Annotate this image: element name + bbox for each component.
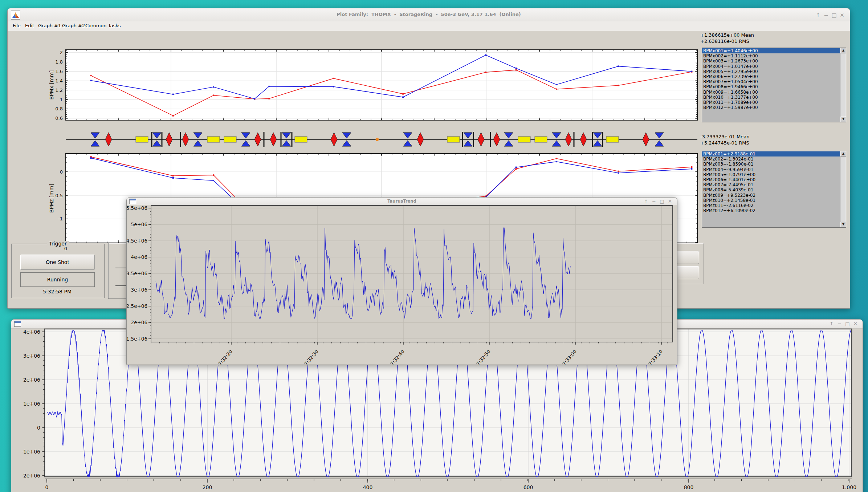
menu-file[interactable]: File [13,23,21,28]
main-titlebar[interactable]: Plot Family: THOMX - StorageRing - 50e-3… [8,8,850,22]
bpm-list-item[interactable]: BPMz009=+9.5223e-02 [702,193,840,198]
raise-button[interactable]: ↑ [643,199,649,204]
y-tick-label: 0.8 [55,106,63,111]
sextupole-magnet [254,133,261,146]
bpm-list-item[interactable]: BPMz007=-7.4495e-01 [702,182,840,187]
bpm-list-item[interactable]: BPMx010=+1.3177e+00 [702,95,840,100]
bpm-list-item[interactable]: BPMx008=+1.9466e+00 [702,84,840,89]
bpm-list-item[interactable]: BPMx012=+1.5987e+00 [702,105,840,110]
corrector-magnet [518,137,530,142]
time-tick-label: 17:33:10 [645,349,664,365]
menu-common-tasks[interactable]: Common Tasks [85,23,121,28]
sextupole-magnet [565,133,572,146]
y-tick-label: -0.5 [54,193,63,198]
scroll-down-button[interactable]: ▼ [840,222,846,227]
bpm-marker [602,132,603,147]
bpmx-rms: +2.638116e-01 RMS [700,38,749,44]
running-button[interactable]: Running [20,272,95,287]
bpm-list-item[interactable]: BPMx007=+1.0504e+00 [702,79,840,84]
small-button-bottom[interactable] [677,266,699,279]
bpm-list-item[interactable]: BPMz001=+2.9188e-01 [702,151,840,156]
maximize-button[interactable]: □ [831,12,837,19]
close-button[interactable]: ✕ [667,199,673,204]
time-tick-label: 17:32:40 [387,349,406,365]
bpm-list-item[interactable]: BPMz006=-1.4401e+00 [702,177,840,182]
main-menubar: FileEditGraph #1Graph #2Common Tasks [8,21,850,31]
x-tick-label: 1.000 [842,484,856,490]
small-button-top[interactable] [677,251,699,264]
bpm-list-item[interactable]: BPMz002=-1.3024e-01 [702,156,840,162]
y-tick-label: 3e+06 [23,353,40,359]
minimize-button[interactable]: − [837,321,842,326]
x-tick-label: 0 [45,484,49,490]
minimize-button[interactable]: − [651,199,657,204]
y-tick-label: 2e+06 [23,377,40,383]
bpm-list-item[interactable]: BPMz004=-9.9594e-01 [702,167,840,172]
sextupole-magnet [478,133,484,146]
waveform-window-controls: ↑−□✕ [829,321,858,326]
bpm-marker [281,132,282,147]
bpm-list-item[interactable]: BPMz010=+2.1458e-01 [702,198,840,203]
bpm-list-item[interactable]: BPMx011=+1.7089e+00 [702,100,840,105]
minimize-button[interactable]: − [823,12,829,19]
bpmz-value-list[interactable]: BPMz001=+2.9188e-01BPMz002=-1.3024e-01BP… [702,151,846,228]
bpm-list-item[interactable]: BPMz011=-2.6116e-02 [702,203,840,208]
scroll-up-button[interactable]: ▲ [840,48,846,53]
bpm-list-item[interactable]: BPMz003=-1.8590e-01 [702,162,840,167]
bpm-list-item[interactable]: BPMx003=+1.2673e+00 [702,58,840,64]
bpm-list-item[interactable]: BPMx009=+1.6658e+00 [702,90,840,95]
desktop: { "window_controls":[ {"name":"raise","g… [0,0,868,492]
y-tick-label: 5.5e+06 [127,205,147,211]
bpm-list-item[interactable]: BPMz005=-1.0791e+00 [702,172,840,177]
close-button[interactable]: ✕ [853,321,858,326]
y-tick-label: 1.2 [55,88,63,93]
menu-edit[interactable]: Edit [25,23,34,28]
raise-button[interactable]: ↑ [815,12,821,19]
one-shot-button[interactable]: One Shot [20,255,95,270]
time-tick-label: 17:33:00 [559,349,578,365]
taurustrend-titlebar[interactable]: TaurusTrend ↑−□✕ [127,198,677,205]
main-window-title: Plot Family: THOMX - StorageRing - 50e-3… [8,12,850,17]
bpm-marker [592,132,593,147]
bpmx-value-list[interactable]: BPMx001=+1.4046e+00BPMx002=+1.1112e+00BP… [702,48,846,122]
bpm-list-item[interactable]: BPMx001=+1.4046e+00 [702,48,840,53]
bpm-list-item[interactable]: BPMx006=+1.2739e+00 [702,74,840,79]
bpm-list-item[interactable]: BPMx005=+1.2795e+00 [702,69,840,74]
bpm-list-item[interactable]: BPMx002=+1.1112e+00 [702,53,840,58]
taurustrend-window: TaurusTrend ↑−□✕ 5.5e+065e+064.5e+064e+0… [126,197,677,365]
taurustrend-plot: 5.5e+065e+064.5e+064e+063.5e+063e+062.5e… [127,205,677,365]
y-tick-label: 1.6 [55,69,63,74]
bpm-list-item[interactable]: BPMz012=+6.1090e-02 [702,208,840,213]
lattice-strip [66,128,697,151]
sextupole-magnet [105,133,112,146]
maximize-button[interactable]: □ [659,199,665,204]
x-tick-label: 600 [523,484,533,490]
menu-graph-2[interactable]: Graph #2 [62,23,85,28]
scroll-up-button[interactable]: ▲ [840,151,846,156]
y-tick-label: 1.5e+06 [127,336,147,342]
bpmz-list-scrollbar[interactable]: ▲ ▼ [840,151,846,227]
bpm-marker [264,132,265,147]
maximize-button[interactable]: □ [845,321,850,326]
corrector-magnet [136,137,148,142]
taurustrend-title: TaurusTrend [127,199,677,204]
corrector-magnet [606,137,619,142]
y-tick-label: -1 [58,216,63,221]
time-tick-label: 17:32:20 [215,349,233,365]
bpmx-list-scrollbar[interactable]: ▲ ▼ [840,48,846,122]
taurustrend-window-controls: ↑−□✕ [643,199,673,204]
raise-button[interactable]: ↑ [829,321,834,326]
bpm-marker [473,132,474,147]
menu-graph-1[interactable]: Graph #1 [38,23,61,28]
y-tick-label: 2 [60,50,63,55]
bpm-list-item[interactable]: BPMx004=+1.0147e+00 [702,64,840,69]
bpm-marker [180,132,181,147]
bpm-marker [292,132,293,147]
bpm-list-item[interactable]: BPMz008=-5.4039e-01 [702,187,840,192]
corrector-magnet [207,137,220,142]
time-tick-label: 17:32:50 [473,349,492,365]
sextupole-magnet [493,133,500,146]
close-button[interactable]: ✕ [839,12,845,19]
corrector-magnet [447,137,460,142]
scroll-down-button[interactable]: ▼ [840,117,846,122]
